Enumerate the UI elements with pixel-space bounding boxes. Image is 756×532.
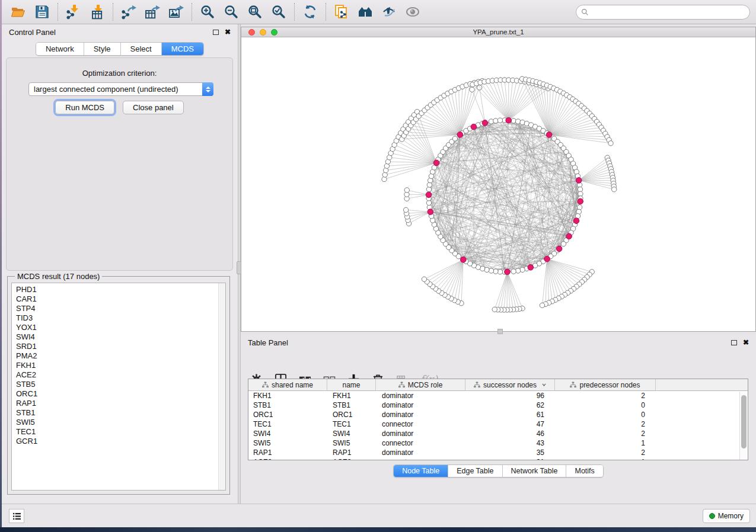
- mcds-result-item[interactable]: PMA2: [12, 351, 225, 361]
- mcds-result-item[interactable]: STP4: [12, 304, 225, 313]
- export-image-icon: [168, 4, 184, 20]
- mcds-result-item[interactable]: CAR1: [12, 294, 225, 304]
- open-file-button[interactable]: [7, 2, 30, 22]
- horizontal-splitter-grip[interactable]: [497, 329, 503, 334]
- import-network-button[interactable]: [62, 2, 85, 22]
- hide-selected-button[interactable]: [377, 2, 401, 22]
- cell: dominator: [376, 448, 465, 457]
- mcds-result-item[interactable]: RAP1: [12, 399, 225, 408]
- toolbar-separator: [113, 3, 113, 21]
- tab-style[interactable]: Style: [84, 43, 121, 55]
- run-mcds-button[interactable]: Run MCDS: [55, 101, 114, 114]
- float-window-icon[interactable]: [731, 340, 737, 345]
- new-network-from-selection-button[interactable]: [330, 2, 353, 22]
- cell: TEC1: [327, 420, 376, 428]
- close-panel-icon[interactable]: ✖: [225, 28, 231, 36]
- tab-mcds[interactable]: MCDS: [162, 43, 203, 55]
- tab-node-table[interactable]: Node Table: [394, 465, 448, 477]
- mcds-result-item[interactable]: ORC1: [12, 389, 225, 399]
- export-table-button[interactable]: [141, 2, 164, 22]
- search-input[interactable]: [589, 8, 749, 17]
- zoom-fit-button[interactable]: [243, 2, 267, 22]
- close-panel-button[interactable]: Close panel: [123, 101, 184, 114]
- select-stepper-icon: [202, 82, 213, 96]
- column-header-successor-nodes[interactable]: successor nodes: [465, 379, 555, 390]
- mcds-result-item[interactable]: TEC1: [12, 427, 225, 437]
- table-row-TEC1[interactable]: TEC1TEC1connector472: [248, 419, 748, 429]
- float-window-icon[interactable]: [213, 30, 219, 35]
- table-row-SWI4[interactable]: SWI4SWI4dominator462: [248, 429, 748, 438]
- mcds-result-item[interactable]: PHD1: [12, 285, 225, 294]
- network-canvas[interactable]: [241, 37, 755, 331]
- list-icon: [12, 512, 21, 520]
- mcds-result-item[interactable]: SWI4: [12, 332, 225, 342]
- table-row-RAP1[interactable]: RAP1RAP1dominator352: [248, 448, 748, 457]
- zoom-fit-icon: [247, 4, 263, 20]
- table-scrollbar-thumb[interactable]: [741, 395, 747, 448]
- close-panel-icon[interactable]: ✖: [743, 339, 749, 346]
- mcds-list-scrollbar[interactable]: [218, 283, 225, 490]
- show-all-button[interactable]: [401, 2, 425, 22]
- save-session-button[interactable]: [30, 2, 54, 22]
- cell: ACE2: [248, 458, 327, 460]
- search-icon: [581, 8, 589, 16]
- column-type-icon: [570, 382, 576, 388]
- zoom-in-button[interactable]: [196, 2, 219, 22]
- column-header-predecessor-nodes[interactable]: predecessor nodes: [555, 379, 656, 390]
- export-image-button[interactable]: [164, 2, 188, 22]
- tab-select[interactable]: Select: [121, 43, 162, 55]
- tab-edge-table[interactable]: Edge Table: [448, 465, 502, 477]
- table-row-ACE2[interactable]: ACE2ACE2connector311: [248, 457, 748, 460]
- cell: 96: [465, 392, 555, 400]
- column-header-shared-name[interactable]: shared name: [248, 379, 327, 390]
- network-search-box[interactable]: [576, 5, 750, 20]
- mcds-result-item[interactable]: STB5: [12, 380, 225, 389]
- tab-network-table[interactable]: Network Table: [503, 465, 567, 477]
- memory-button[interactable]: Memory: [703, 509, 750, 523]
- cell: TEC1: [248, 420, 327, 428]
- mcds-result-item[interactable]: FKH1: [12, 361, 225, 370]
- table-tabs: Node TableEdge TableNetwork TableMotifs: [241, 464, 756, 477]
- mcds-result-item[interactable]: STB1: [12, 408, 225, 418]
- table-panel-header: Table Panel ✖: [241, 335, 756, 350]
- toolbar-separator: [326, 3, 326, 21]
- network-graph[interactable]: [241, 37, 755, 331]
- toolbar-separator: [58, 3, 58, 21]
- mcds-result-item[interactable]: TID3: [12, 313, 225, 323]
- workspace-region: YPA_prune.txt_1 Table Panel ✖ f(x) share…: [241, 24, 756, 504]
- zoom-out-button[interactable]: [219, 2, 243, 22]
- zoom-selected-button[interactable]: [267, 2, 291, 22]
- cell: FKH1: [248, 392, 327, 400]
- cell: FKH1: [327, 392, 376, 400]
- mcds-result-item[interactable]: SWI5: [12, 418, 225, 427]
- export-network-button[interactable]: [117, 2, 141, 22]
- import-network-icon: [66, 4, 81, 20]
- table-row-SWI5[interactable]: SWI5SWI5connector431: [248, 438, 748, 448]
- mcds-result-item[interactable]: ACE2: [12, 370, 225, 380]
- task-history-button[interactable]: [9, 509, 24, 523]
- table-row-ORC1[interactable]: ORC1ORC1dominator610: [248, 410, 748, 419]
- import-table-button[interactable]: [85, 2, 109, 22]
- zoom-out-icon: [224, 4, 239, 20]
- apply-layout-button[interactable]: [298, 2, 322, 22]
- save-session-icon: [34, 4, 50, 20]
- cell: 2: [555, 392, 656, 400]
- table-row-STB1[interactable]: STB1STB1dominator620: [248, 400, 748, 410]
- mcds-result-list[interactable]: PHD1CAR1STP4TID3YOX1SWI4SRD1PMA2FKH1ACE2…: [11, 283, 226, 491]
- network-window-titlebar[interactable]: YPA_prune.txt_1: [241, 27, 755, 37]
- mcds-result-item[interactable]: GCR1: [12, 437, 225, 446]
- apply-layout-icon: [302, 4, 318, 20]
- control-panel-tabs: NetworkStyleSelectMCDS: [2, 42, 238, 56]
- column-header-MCDS-role[interactable]: MCDS role: [376, 379, 465, 390]
- mcds-result-item[interactable]: SRD1: [12, 342, 225, 351]
- first-neighbors-button[interactable]: [353, 2, 377, 22]
- table-scrollbar[interactable]: [739, 392, 748, 460]
- table-row-FKH1[interactable]: FKH1FKH1dominator962: [248, 391, 748, 400]
- tab-motifs[interactable]: Motifs: [566, 465, 602, 477]
- criterion-select[interactable]: largest connected component (undirected): [28, 82, 213, 96]
- mcds-result-item[interactable]: YOX1: [12, 323, 225, 332]
- node-table[interactable]: shared namenameMCDS rolesuccessor nodesp…: [248, 379, 748, 460]
- cell: 0: [555, 411, 656, 419]
- tab-network[interactable]: Network: [36, 43, 84, 55]
- column-header-name[interactable]: name: [327, 379, 376, 390]
